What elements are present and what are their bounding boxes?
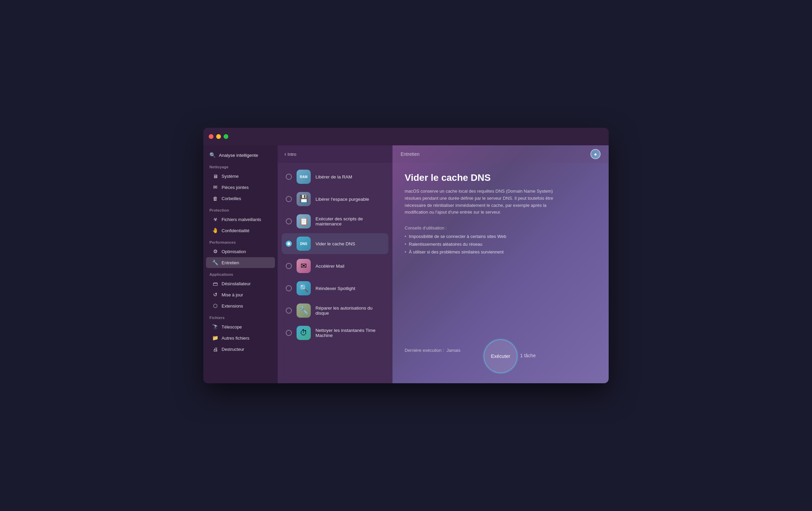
sidebar-item-label: Corbeilles bbox=[222, 196, 241, 201]
sidebar-item-label: Optimisation bbox=[222, 249, 246, 254]
desinstallateur-icon: 🗃 bbox=[212, 281, 218, 287]
label-spotlight: Réindexer Spotlight bbox=[315, 286, 355, 291]
list-item-autorisations[interactable]: 🔧 Réparer les autorisations du disque bbox=[282, 300, 388, 321]
list-item-dns[interactable]: DNS Vider le cache DNS bbox=[282, 233, 388, 254]
execute-button[interactable]: Exécuter bbox=[484, 339, 517, 373]
sidebar-item-label: Système bbox=[222, 174, 239, 179]
radio-mail[interactable] bbox=[286, 263, 292, 269]
detail-title: Vider le cache DNS bbox=[405, 172, 597, 183]
list-item-espace[interactable]: 💾 Libérer l'espace purgeable bbox=[282, 189, 388, 210]
ram-icon-text: RAM bbox=[300, 175, 308, 179]
label-espace: Libérer l'espace purgeable bbox=[315, 197, 369, 202]
middle-list: RAM Libérer de la RAM 💾 Libérer l'espace… bbox=[278, 163, 392, 383]
last-run: Dernière exécution : Jamais bbox=[405, 348, 460, 353]
sidebar-item-analyse[interactable]: 🔍 Analyse intelligente bbox=[203, 149, 278, 161]
sidebar-item-corbeilles[interactable]: 🗑 Corbeilles bbox=[206, 193, 275, 204]
back-button[interactable]: ‹ Intro bbox=[284, 151, 296, 157]
icon-dns: DNS bbox=[297, 237, 311, 251]
radio-ram[interactable] bbox=[286, 174, 292, 180]
middle-panel: ‹ Intro RAM Libérer de la RAM 💾 bbox=[278, 145, 392, 383]
close-button[interactable] bbox=[209, 134, 213, 139]
optimisation-icon: ⚙ bbox=[212, 248, 218, 254]
systeme-icon: 🖥 bbox=[212, 173, 218, 179]
sidebar-item-label: Télescope bbox=[222, 324, 242, 330]
entretien-icon: 🔧 bbox=[212, 260, 218, 266]
list-item-scripts[interactable]: 📋 Exécuter des scripts de maintenance bbox=[282, 211, 388, 232]
sidebar-item-label: Confidentialité bbox=[222, 228, 249, 233]
sidebar-item-label: Désinstallateur bbox=[222, 281, 251, 286]
radio-dns[interactable] bbox=[286, 241, 292, 247]
list-item-mail[interactable]: ✉ Accélérer Mail bbox=[282, 256, 388, 276]
analyse-icon: 🔍 bbox=[209, 152, 215, 158]
sidebar-item-pieces-jointes[interactable]: ✉ Pièces jointes bbox=[206, 182, 275, 193]
sidebar-item-systeme[interactable]: 🖥 Système bbox=[206, 171, 275, 181]
sidebar-item-telescope[interactable]: 🔭 Télescope bbox=[206, 321, 275, 332]
icon-mail: ✉ bbox=[297, 259, 311, 273]
right-header-title: Entretien bbox=[401, 151, 420, 157]
telescope-icon: 🔭 bbox=[212, 324, 218, 330]
list-item-ram[interactable]: RAM Libérer de la RAM bbox=[282, 166, 388, 187]
icon-repair: 🔧 bbox=[297, 303, 311, 318]
middle-header: ‹ Intro bbox=[278, 145, 392, 163]
title-bar bbox=[203, 128, 609, 145]
icon-disk: 💾 bbox=[297, 192, 311, 206]
sidebar-item-destructeur[interactable]: 🖨 Destructeur bbox=[206, 344, 275, 355]
extensions-icon: ⬡ bbox=[212, 303, 218, 309]
sidebar-item-autres-fichiers[interactable]: 📁 Autres fichiers bbox=[206, 333, 275, 343]
list-item-timemachine[interactable]: ⏱ Nettoyer les instantanés Time Machine bbox=[282, 322, 388, 343]
sidebar-item-desinstallateur[interactable]: 🗃 Désinstallateur bbox=[206, 278, 275, 289]
sidebar-item-optimisation[interactable]: ⚙ Optimisation bbox=[206, 246, 275, 257]
icon-ram: RAM bbox=[297, 170, 311, 184]
radio-timemachine[interactable] bbox=[286, 330, 292, 336]
sidebar-section-applications: Applications bbox=[203, 268, 278, 278]
sidebar-item-label: Analyse intelligente bbox=[219, 153, 258, 158]
autres-fichiers-icon: 📁 bbox=[212, 335, 218, 341]
disk-icon-text: 💾 bbox=[299, 195, 308, 203]
script-icon-text: 📋 bbox=[299, 217, 308, 226]
icon-spotlight: 🔍 bbox=[297, 281, 311, 295]
radio-spotlight[interactable] bbox=[286, 285, 292, 291]
sidebar-section-nettoyage: Nettoyage bbox=[203, 161, 278, 170]
main-content: 🔍 Analyse intelligente Nettoyage 🖥 Systè… bbox=[203, 145, 609, 383]
mise-a-jour-icon: ↺ bbox=[212, 292, 218, 298]
radio-autorisations[interactable] bbox=[286, 308, 292, 314]
tip-item-1: Impossibilité de se connecter à certains… bbox=[405, 234, 597, 239]
spotlight-icon-text: 🔍 bbox=[299, 284, 308, 293]
sidebar-item-fichiers-malveillants[interactable]: ☣ Fichiers malveillants bbox=[206, 214, 275, 225]
sidebar: 🔍 Analyse intelligente Nettoyage 🖥 Systè… bbox=[203, 145, 278, 383]
sidebar-item-label: Mise à jour bbox=[222, 292, 243, 297]
tips-label: Conseils d'utilisation : bbox=[405, 225, 597, 230]
label-dns: Vider le cache DNS bbox=[315, 241, 355, 246]
tip-text-1: Impossibilité de se connecter à certains… bbox=[409, 234, 506, 239]
timemachine-icon-text: ⏱ bbox=[300, 328, 307, 337]
tip-item-3: À utiliser si des problèmes similaires s… bbox=[405, 249, 597, 254]
right-panel: Entretien ● Vider le cache DNS macOS con… bbox=[392, 145, 609, 383]
mail-icon-text: ✉ bbox=[301, 262, 307, 270]
maximize-button[interactable] bbox=[224, 134, 228, 139]
sidebar-item-label: Autres fichiers bbox=[222, 336, 249, 341]
minimize-button[interactable] bbox=[216, 134, 221, 139]
sidebar-section-performances: Performances bbox=[203, 236, 278, 246]
radio-espace[interactable] bbox=[286, 196, 292, 202]
corbeilles-icon: 🗑 bbox=[212, 195, 218, 201]
confidentialite-icon: 🤚 bbox=[212, 227, 218, 234]
sidebar-item-extensions[interactable]: ⬡ Extensions bbox=[206, 300, 275, 311]
task-count: 1 tâche bbox=[520, 353, 536, 358]
sidebar-item-label: Pièces jointes bbox=[222, 185, 249, 190]
label-ram: Libérer de la RAM bbox=[315, 174, 352, 179]
sidebar-item-entretien[interactable]: 🔧 Entretien bbox=[206, 257, 275, 268]
avatar-button[interactable]: ● bbox=[590, 149, 601, 159]
sidebar-item-confidentialite[interactable]: 🤚 Confidentialité bbox=[206, 225, 275, 236]
sidebar-section-fichiers: Fichiers bbox=[203, 312, 278, 321]
last-run-value: Jamais bbox=[447, 348, 460, 353]
list-item-spotlight[interactable]: 🔍 Réindexer Spotlight bbox=[282, 278, 388, 299]
label-scripts: Exécuter des scripts de maintenance bbox=[315, 216, 384, 226]
icon-timemachine: ⏱ bbox=[297, 326, 311, 340]
label-timemachine: Nettoyer les instantanés Time Machine bbox=[315, 328, 384, 338]
back-label: Intro bbox=[287, 152, 296, 157]
traffic-lights bbox=[209, 134, 228, 139]
radio-scripts[interactable] bbox=[286, 218, 292, 224]
sidebar-item-label: Extensions bbox=[222, 303, 243, 309]
sidebar-item-mise-a-jour[interactable]: ↺ Mise à jour bbox=[206, 289, 275, 300]
sidebar-item-label: Destructeur bbox=[222, 347, 244, 352]
